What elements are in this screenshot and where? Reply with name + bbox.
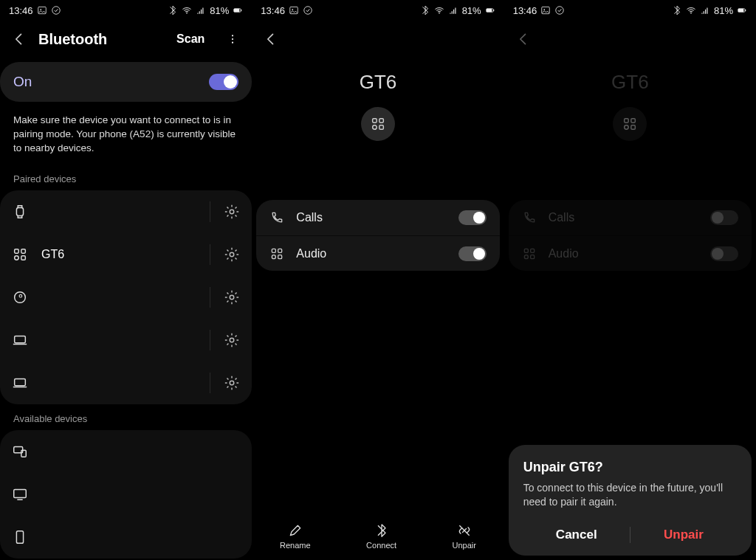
bluetooth-status-icon bbox=[672, 5, 682, 15]
calls-option-row[interactable]: Calls bbox=[256, 200, 499, 235]
call-icon bbox=[269, 210, 284, 225]
grid-icon bbox=[12, 246, 28, 263]
bluetooth-master-switch[interactable] bbox=[209, 74, 238, 90]
back-button[interactable] bbox=[10, 30, 28, 48]
header: Bluetooth Scan bbox=[0, 21, 252, 58]
check-icon bbox=[554, 5, 565, 15]
screen-bluetooth-list: 13:46 81% Bluetooth Scan On Make sure th… bbox=[0, 0, 252, 560]
pencil-icon bbox=[288, 523, 303, 538]
laptop-icon bbox=[12, 375, 28, 391]
calls-switch[interactable] bbox=[710, 210, 738, 225]
available-device-row[interactable] bbox=[0, 430, 252, 473]
bluetooth-on-label: On bbox=[13, 74, 32, 90]
device-label: GT6 bbox=[41, 248, 196, 261]
audio-label: Audio bbox=[296, 247, 446, 260]
dialog-actions: Cancel Unpair bbox=[523, 517, 737, 553]
status-battery-pct: 81% bbox=[462, 5, 481, 16]
paired-device-row[interactable] bbox=[0, 276, 252, 319]
separator bbox=[210, 287, 210, 308]
audio-switch[interactable] bbox=[458, 246, 487, 261]
battery-icon bbox=[485, 5, 495, 15]
check-icon bbox=[303, 5, 313, 15]
calls-switch[interactable] bbox=[458, 210, 487, 225]
audio-option-row[interactable]: Audio bbox=[256, 235, 499, 271]
available-devices-label: Available devices bbox=[0, 406, 252, 429]
battery-icon bbox=[737, 5, 747, 15]
audio-switch[interactable] bbox=[710, 246, 738, 261]
audio-label: Audio bbox=[549, 247, 698, 260]
call-icon bbox=[522, 210, 537, 225]
header bbox=[252, 21, 504, 58]
device-type-icon bbox=[361, 107, 395, 141]
status-time: 13:46 bbox=[9, 5, 33, 16]
paired-devices-label: Paired devices bbox=[0, 166, 252, 189]
tv-phone-icon bbox=[12, 443, 28, 460]
paired-device-row[interactable] bbox=[0, 319, 252, 362]
device-settings-button[interactable] bbox=[224, 289, 240, 305]
connect-label: Connect bbox=[366, 541, 396, 550]
bluetooth-status-icon bbox=[168, 5, 178, 15]
connect-button[interactable]: Connect bbox=[366, 523, 396, 550]
calls-label: Calls bbox=[549, 211, 698, 224]
device-hero: GT6 bbox=[252, 58, 504, 200]
battery-icon bbox=[233, 5, 243, 15]
back-button[interactable] bbox=[262, 30, 280, 48]
paired-device-row[interactable] bbox=[0, 190, 252, 233]
signal-icon bbox=[700, 5, 710, 15]
back-button[interactable] bbox=[515, 30, 532, 48]
paired-device-row[interactable] bbox=[0, 362, 252, 404]
bottom-action-bar: Rename Connect Unpair bbox=[252, 516, 504, 560]
available-device-row[interactable] bbox=[0, 516, 252, 559]
available-device-row[interactable] bbox=[0, 473, 252, 516]
screen-device-detail-dialog: 13:46 81% GT6 Calls Audio bbox=[504, 0, 756, 560]
wifi-icon bbox=[686, 5, 696, 15]
device-settings-button[interactable] bbox=[224, 332, 240, 348]
watch-icon bbox=[12, 204, 28, 220]
status-battery-pct: 81% bbox=[714, 5, 733, 16]
device-settings-button[interactable] bbox=[224, 375, 240, 391]
calls-option-row[interactable]: Calls bbox=[509, 200, 752, 235]
separator bbox=[210, 373, 210, 393]
audio-option-row[interactable]: Audio bbox=[509, 235, 752, 271]
paired-device-row[interactable]: GT6 bbox=[0, 233, 252, 276]
dialog-cancel-button[interactable]: Cancel bbox=[523, 528, 630, 542]
check-icon bbox=[51, 5, 61, 15]
paired-devices-list: GT6 bbox=[0, 190, 252, 404]
device-hero: GT6 bbox=[504, 58, 756, 200]
available-devices-list bbox=[0, 430, 252, 559]
dialog-title: Unpair GT6? bbox=[523, 460, 737, 475]
separator bbox=[210, 330, 210, 350]
status-battery-pct: 81% bbox=[210, 5, 229, 16]
device-options-card: Calls Audio bbox=[509, 200, 752, 271]
status-bar: 13:46 81% bbox=[504, 0, 756, 21]
image-icon bbox=[289, 5, 299, 15]
screen-device-detail: 13:46 81% GT6 Calls Audio bbox=[252, 0, 504, 560]
bluetooth-master-toggle-row[interactable]: On bbox=[0, 62, 252, 102]
earbuds-icon bbox=[12, 289, 28, 305]
device-options-card: Calls Audio bbox=[256, 200, 499, 271]
status-time: 13:46 bbox=[513, 5, 537, 16]
laptop-icon bbox=[12, 332, 28, 348]
device-name: GT6 bbox=[611, 71, 649, 94]
phone-icon bbox=[12, 529, 28, 545]
rename-label: Rename bbox=[280, 541, 311, 550]
device-settings-button[interactable] bbox=[224, 246, 240, 263]
calls-label: Calls bbox=[296, 211, 446, 224]
separator bbox=[210, 201, 210, 222]
scan-button[interactable]: Scan bbox=[176, 32, 205, 46]
dialog-message: To connect to this device in the future,… bbox=[523, 481, 737, 510]
unpair-label: Unpair bbox=[453, 541, 476, 550]
image-icon bbox=[37, 5, 47, 15]
signal-icon bbox=[196, 5, 206, 15]
more-menu-button[interactable] bbox=[224, 30, 241, 48]
device-name: GT6 bbox=[360, 71, 397, 94]
separator bbox=[210, 244, 210, 265]
dialog-confirm-button[interactable]: Unpair bbox=[630, 528, 737, 542]
unlink-icon bbox=[457, 523, 472, 538]
pairing-info-text: Make sure the device you want to connect… bbox=[0, 106, 252, 166]
device-settings-button[interactable] bbox=[224, 204, 240, 220]
unpair-button[interactable]: Unpair bbox=[453, 523, 476, 550]
page-title: Bluetooth bbox=[38, 31, 166, 48]
rename-button[interactable]: Rename bbox=[280, 523, 311, 550]
signal-icon bbox=[448, 5, 458, 15]
